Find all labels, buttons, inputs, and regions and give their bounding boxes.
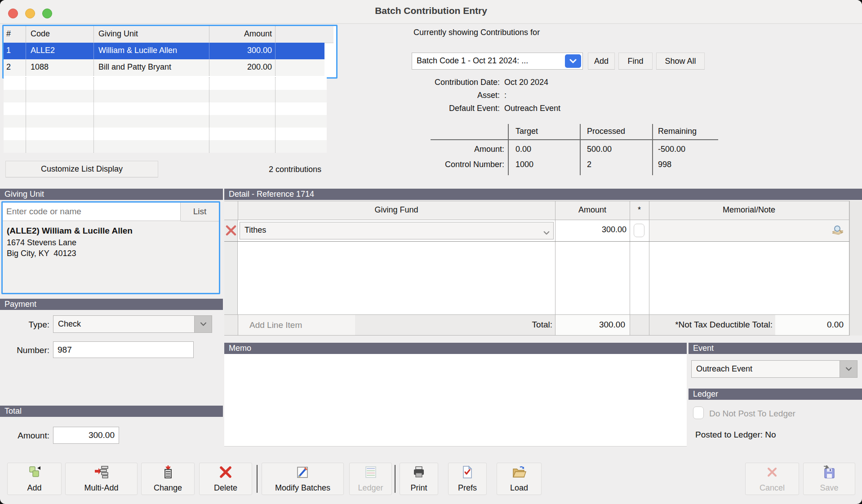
do-not-post-checkbox[interactable] bbox=[693, 407, 704, 419]
contributions-table-header: # Code Giving Unit Amount bbox=[4, 26, 333, 43]
contributions-table[interactable]: # Code Giving Unit Amount 1 ALLE2 Willia… bbox=[2, 25, 338, 79]
add-button[interactable]: Add bbox=[7, 463, 62, 495]
ntd-total-cell: 0.00 bbox=[775, 315, 849, 335]
note-lookup-icon[interactable] bbox=[829, 223, 846, 239]
add-line-item-label: Add Line Item bbox=[249, 320, 302, 330]
do-not-post-label: Do Not Post To Ledger bbox=[709, 409, 795, 419]
total-amount-input[interactable] bbox=[53, 427, 119, 444]
payment-type-select[interactable]: Check bbox=[53, 315, 212, 333]
load-label: Load bbox=[510, 483, 528, 493]
detail-col-star[interactable]: * bbox=[630, 205, 649, 215]
red-x-icon bbox=[225, 225, 237, 236]
contribution-date-label: Contribution Date: bbox=[387, 78, 500, 87]
stats-amount-label: Amount: bbox=[395, 145, 504, 154]
cancel-button[interactable]: Cancel bbox=[745, 463, 799, 495]
ledger-button[interactable]: Ledger bbox=[349, 463, 392, 495]
customize-list-display-label: Customize List Display bbox=[41, 164, 123, 173]
stats-amount-remaining: -500.00 bbox=[658, 145, 685, 154]
multi-add-icon bbox=[94, 465, 109, 479]
ledger-icon bbox=[364, 465, 378, 479]
detail-col-amount[interactable]: Amount bbox=[555, 205, 630, 215]
contribution-date-value: Oct 20 2024 bbox=[504, 78, 548, 87]
detail-grid-scrollbar[interactable] bbox=[849, 201, 862, 336]
cell-num: 2 bbox=[6, 62, 11, 72]
default-event-label: Default Event: bbox=[387, 104, 500, 113]
batch-show-all-button[interactable]: Show All bbox=[656, 53, 705, 70]
prefs-label: Prefs bbox=[458, 483, 477, 493]
delete-line-item-button[interactable] bbox=[225, 224, 237, 237]
add-label: Add bbox=[27, 483, 41, 493]
detail-grid-body: Tithes 300.00 bbox=[224, 220, 862, 314]
load-icon bbox=[512, 465, 526, 479]
stats-amount-target: 0.00 bbox=[515, 145, 531, 154]
chevron-down-icon[interactable] bbox=[565, 54, 581, 68]
ledger-label: Ledger bbox=[358, 483, 383, 493]
modify-batches-label: Modify Batches bbox=[275, 483, 330, 493]
title-bar: Batch Contribution Entry bbox=[0, 0, 862, 24]
chevron-down-icon bbox=[840, 361, 857, 377]
add-line-item-button[interactable]: Add Line Item bbox=[238, 315, 355, 335]
prefs-icon bbox=[461, 465, 474, 479]
col-header-amount[interactable]: Amount bbox=[209, 29, 272, 39]
cancel-label: Cancel bbox=[760, 483, 785, 493]
giving-fund-value: Tithes bbox=[244, 225, 266, 235]
table-row[interactable]: 1 ALLE2 William & Lucille Allen 300.00 bbox=[4, 43, 324, 59]
col-header-code[interactable]: Code bbox=[31, 29, 50, 39]
detail-col-memo[interactable]: Memorial/Note bbox=[649, 205, 849, 215]
ntd-total-value: 0.00 bbox=[775, 320, 844, 330]
modify-batches-button[interactable]: Modify Batches bbox=[262, 463, 344, 495]
chevron-down-icon bbox=[194, 316, 212, 332]
contribution-count: 2 contributions bbox=[269, 165, 321, 174]
cell-code: 1088 bbox=[31, 62, 49, 72]
cell-unit: William & Lucille Allen bbox=[98, 46, 177, 55]
prefs-button[interactable]: Prefs bbox=[448, 463, 487, 495]
add-icon bbox=[28, 465, 41, 479]
customize-list-display-button[interactable]: Customize List Display bbox=[5, 161, 158, 177]
table-row[interactable]: 2 1088 Bill and Patty Bryant 200.00 bbox=[4, 59, 324, 76]
memorial-note-cell[interactable] bbox=[649, 221, 849, 241]
asset-label: Asset: bbox=[387, 91, 500, 100]
detail-grid-header: Giving Fund Amount * Memorial/Note bbox=[224, 201, 862, 220]
batch-show-all-label: Show All bbox=[665, 57, 696, 66]
stats-control-processed: 2 bbox=[587, 160, 591, 169]
cell-amount: 200.00 bbox=[209, 62, 272, 72]
col-header-unit[interactable]: Giving Unit bbox=[98, 29, 138, 39]
default-event-value: Outreach Event bbox=[504, 104, 560, 113]
save-button[interactable]: Save bbox=[803, 463, 855, 495]
giving-fund-select[interactable]: Tithes bbox=[240, 222, 554, 239]
not-tax-deductible-checkbox[interactable] bbox=[634, 224, 644, 237]
giving-unit-box: List (ALLE2) William & Lucille Allen 167… bbox=[1, 201, 220, 294]
stats-control-label: Control Number: bbox=[395, 160, 504, 169]
multi-add-label: Multi-Add bbox=[84, 483, 118, 493]
detail-col-fund[interactable]: Giving Fund bbox=[238, 205, 555, 215]
payment-number-input[interactable] bbox=[53, 341, 194, 358]
line-amount-value[interactable]: 300.00 bbox=[557, 225, 627, 234]
delete-button[interactable]: Delete bbox=[199, 463, 252, 495]
contributions-table-empty-rows bbox=[4, 77, 327, 153]
change-button[interactable]: Change bbox=[141, 463, 195, 495]
multi-add-button[interactable]: Multi-Add bbox=[65, 463, 138, 495]
print-button[interactable]: Print bbox=[400, 463, 438, 495]
col-header-num[interactable]: # bbox=[6, 29, 11, 39]
cell-code: ALLE2 bbox=[31, 46, 55, 55]
cell-num: 1 bbox=[6, 46, 11, 55]
print-label: Print bbox=[410, 483, 427, 493]
ledger-section-header: Ledger bbox=[689, 389, 862, 400]
detail-total-cell: 300.00 bbox=[555, 315, 630, 335]
batch-find-button[interactable]: Find bbox=[618, 53, 653, 70]
batch-add-button[interactable]: Add bbox=[588, 53, 615, 70]
posted-to-ledger-text: Posted to Ledger: No bbox=[695, 430, 776, 440]
giving-unit-address1: 1674 Stevens Lane bbox=[7, 238, 76, 248]
batch-select[interactable]: Batch Code 1 - Oct 21 2024: ... bbox=[412, 53, 583, 70]
giving-unit-list-button[interactable]: List bbox=[181, 203, 219, 221]
batch-find-label: Find bbox=[627, 57, 643, 66]
memo-textarea[interactable] bbox=[224, 354, 687, 447]
event-select[interactable]: Outreach Event bbox=[691, 360, 858, 378]
giving-unit-list-label: List bbox=[193, 207, 207, 216]
batch-stats-table: Target Processed Remaining Amount: 0.00 … bbox=[395, 124, 719, 176]
load-button[interactable]: Load bbox=[497, 463, 542, 495]
giving-unit-section-header: Giving Unit bbox=[0, 189, 223, 200]
change-icon bbox=[161, 465, 175, 479]
stats-col-target: Target bbox=[515, 127, 538, 136]
giving-unit-search-input[interactable] bbox=[3, 203, 181, 221]
